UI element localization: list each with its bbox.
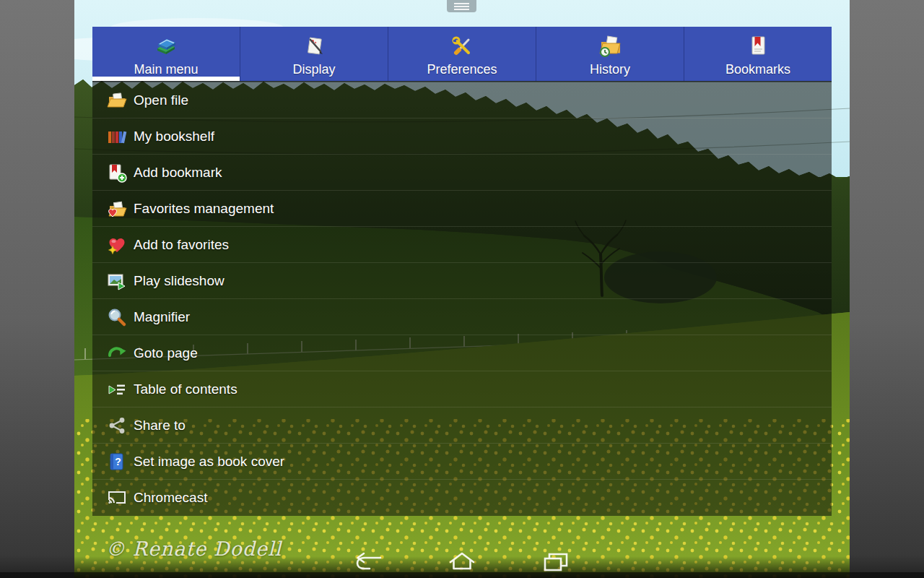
menu-item-add-to-favorites[interactable]: Add to favorites <box>92 227 832 263</box>
menu-item-label: Play slideshow <box>134 273 225 289</box>
menu-item-label: Add bookmark <box>134 165 222 181</box>
menu-item-goto-page[interactable]: Goto page <box>92 335 832 371</box>
menu-item-table-of-contents[interactable]: Table of contents <box>92 371 832 407</box>
tab-history[interactable]: History <box>536 27 684 81</box>
menu-handle-icon[interactable] <box>447 0 476 12</box>
tab-label: Preferences <box>427 62 497 77</box>
goto-arrow-icon <box>107 343 127 363</box>
menu-item-label: Share to <box>134 418 186 434</box>
magnifier-icon <box>107 307 127 327</box>
photo-watermark: © Renate Dodell <box>105 538 282 560</box>
tab-label: Display <box>292 62 335 77</box>
letterbox-right <box>850 0 924 578</box>
svg-text:?: ? <box>115 456 121 467</box>
tab-bookmarks[interactable]: Bookmarks <box>684 27 832 81</box>
menu-item-open-file[interactable]: Open file <box>92 82 832 118</box>
menu-item-favorites-management[interactable]: Favorites management <box>92 191 832 227</box>
bookshelf-icon <box>107 126 127 147</box>
menu-item-magnifier[interactable]: Magnifier <box>92 299 832 335</box>
tab-main-menu[interactable]: Main menu <box>92 27 240 81</box>
menu-item-set-image-as-book-cover[interactable]: ? Set image as book cover <box>92 444 832 480</box>
book-cover-question-icon: ? <box>107 452 127 472</box>
letterbox-left <box>0 0 74 578</box>
slideshow-icon <box>107 271 127 291</box>
menu-item-label: My bookshelf <box>134 129 214 144</box>
toc-icon <box>107 379 127 400</box>
main-menu-panel: Open file My bookshelf Add bookmark <box>92 81 832 516</box>
page-pencil-icon <box>301 32 327 61</box>
open-folder-icon <box>107 90 127 111</box>
menu-item-play-slideshow[interactable]: Play slideshow <box>92 263 832 299</box>
menu-item-label: Open file <box>134 92 188 108</box>
menu-item-label: Chromecast <box>134 490 207 506</box>
menu-item-add-bookmark[interactable]: Add bookmark <box>92 155 832 191</box>
tab-display[interactable]: Display <box>240 27 388 81</box>
menu-item-my-bookshelf[interactable]: My bookshelf <box>92 118 832 155</box>
menu-item-label: Favorites management <box>134 201 274 217</box>
home-icon[interactable] <box>446 550 478 574</box>
chromecast-icon <box>107 488 127 508</box>
recents-icon[interactable] <box>540 551 572 575</box>
tab-label: Bookmarks <box>725 62 790 77</box>
favorites-folder-icon <box>107 199 127 219</box>
folder-clock-icon <box>597 32 623 61</box>
share-icon <box>107 415 127 436</box>
tab-preferences[interactable]: Preferences <box>388 27 536 81</box>
tab-label: Main menu <box>134 62 198 77</box>
menu-item-label: Goto page <box>134 345 198 361</box>
menu-item-label: Magnifier <box>134 309 190 325</box>
tools-icon <box>449 32 475 61</box>
menu-item-label: Add to favorites <box>134 237 229 253</box>
back-icon[interactable] <box>353 551 385 575</box>
menu-item-label: Table of contents <box>134 381 237 397</box>
add-bookmark-icon <box>107 163 127 183</box>
heart-star-icon <box>107 235 127 255</box>
menu-item-share-to[interactable]: Share to <box>92 407 832 444</box>
menu-item-label: Set image as book cover <box>134 454 284 470</box>
tab-bar: Main menu Display Preferences <box>92 27 832 81</box>
screen-bottom-shade <box>0 572 924 578</box>
books-stack-icon <box>153 32 179 61</box>
bookmark-page-icon <box>745 32 771 61</box>
menu-item-chromecast[interactable]: Chromecast <box>92 480 832 516</box>
tab-label: History <box>590 62 630 77</box>
